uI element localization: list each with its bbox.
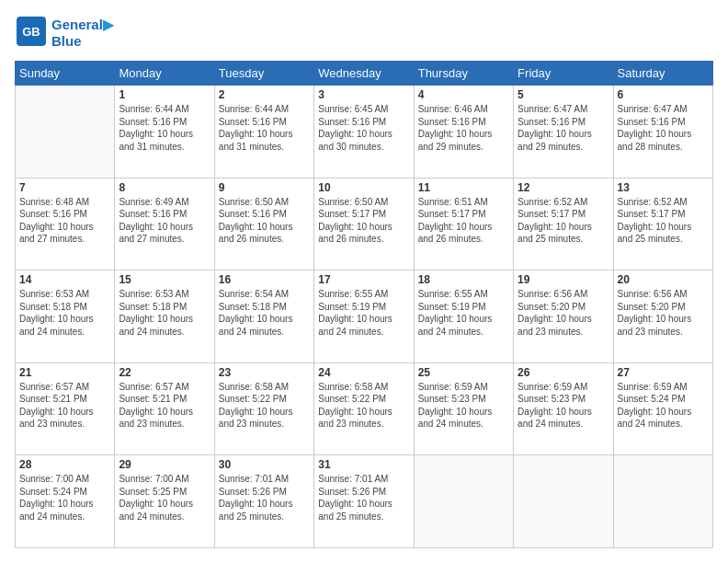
cell-info-line: Daylight: 10 hours	[19, 221, 110, 234]
calendar-cell: 3Sunrise: 6:45 AMSunset: 5:16 PMDaylight…	[314, 86, 414, 178]
day-number: 2	[219, 88, 310, 101]
day-number: 12	[518, 181, 609, 194]
calendar-cell: 2Sunrise: 6:44 AMSunset: 5:16 PMDaylight…	[214, 86, 313, 178]
calendar-cell: 24Sunrise: 6:58 AMSunset: 5:22 PMDayligh…	[314, 362, 414, 455]
day-number: 9	[219, 181, 310, 194]
calendar-cell	[16, 86, 115, 178]
logo-line2: Blue	[51, 33, 114, 50]
cell-info-line: and 25 minutes.	[318, 511, 409, 523]
cell-info-line: Sunset: 5:16 PM	[19, 208, 110, 221]
day-number: 8	[119, 181, 210, 194]
logo-line1: General▶	[51, 17, 114, 33]
cell-info-line: Sunset: 5:16 PM	[119, 208, 210, 221]
calendar-table: SundayMondayTuesdayWednesdayThursdayFrid…	[15, 61, 713, 548]
day-number: 30	[219, 458, 310, 471]
cell-info-line: Daylight: 10 hours	[119, 406, 210, 419]
cell-info-line: Sunrise: 7:01 AM	[219, 473, 310, 486]
calendar-body: 1Sunrise: 6:44 AMSunset: 5:16 PMDaylight…	[16, 86, 713, 548]
cell-info-line: Sunrise: 6:47 AM	[518, 103, 609, 116]
cell-info-line: and 25 minutes.	[219, 511, 310, 523]
calendar-cell: 14Sunrise: 6:53 AMSunset: 5:18 PMDayligh…	[16, 270, 115, 363]
cell-info-line: Sunrise: 6:44 AM	[119, 103, 210, 116]
day-number: 27	[618, 366, 709, 379]
cell-info-line: Sunset: 5:24 PM	[618, 393, 709, 406]
cell-info-line: Daylight: 10 hours	[318, 406, 409, 419]
cell-info-line: Sunset: 5:21 PM	[119, 393, 210, 406]
cell-info-line: Sunrise: 6:52 AM	[618, 196, 709, 209]
cell-info-line: Sunset: 5:21 PM	[19, 393, 110, 406]
cell-info-line: Sunrise: 6:56 AM	[618, 288, 709, 301]
cell-info-line: and 24 minutes.	[418, 326, 509, 339]
cell-info-line: Daylight: 10 hours	[219, 406, 310, 419]
cell-info-line: Daylight: 10 hours	[318, 498, 409, 511]
cell-info-line: Daylight: 10 hours	[219, 221, 310, 234]
cell-info-line: and 23 minutes.	[219, 418, 310, 431]
calendar-cell: 1Sunrise: 6:44 AMSunset: 5:16 PMDaylight…	[115, 86, 214, 178]
cell-info-line: Sunset: 5:25 PM	[119, 486, 210, 499]
weekday-header-wednesday: Wednesday	[314, 62, 414, 86]
header: GB General▶ Blue	[15, 15, 713, 52]
calendar-cell: 13Sunrise: 6:52 AMSunset: 5:17 PMDayligh…	[613, 178, 712, 270]
svg-text:GB: GB	[22, 25, 40, 39]
calendar-cell: 21Sunrise: 6:57 AMSunset: 5:21 PMDayligh…	[16, 362, 115, 455]
cell-info-line: Daylight: 10 hours	[518, 128, 609, 141]
cell-info-line: Daylight: 10 hours	[418, 406, 509, 419]
day-number: 5	[518, 88, 609, 101]
calendar-cell	[613, 455, 712, 548]
calendar-cell: 9Sunrise: 6:50 AMSunset: 5:16 PMDaylight…	[214, 178, 313, 270]
cell-info-line: Sunrise: 6:55 AM	[318, 288, 409, 301]
calendar-week-3: 21Sunrise: 6:57 AMSunset: 5:21 PMDayligh…	[16, 362, 713, 455]
cell-info-line: Sunrise: 6:57 AM	[19, 381, 110, 394]
cell-info-line: Sunrise: 6:49 AM	[119, 196, 210, 209]
cell-info-line: Sunset: 5:17 PM	[618, 208, 709, 221]
day-number: 21	[19, 366, 110, 379]
cell-info-line: and 29 minutes.	[418, 141, 509, 154]
cell-info-line: and 31 minutes.	[119, 141, 210, 154]
cell-info-line: Sunrise: 7:00 AM	[19, 473, 110, 486]
day-number: 24	[318, 366, 409, 379]
weekday-header-saturday: Saturday	[613, 62, 712, 86]
calendar-cell: 12Sunrise: 6:52 AMSunset: 5:17 PMDayligh…	[514, 178, 613, 270]
cell-info-line: and 24 minutes.	[19, 511, 110, 523]
day-number: 17	[318, 273, 409, 286]
weekday-header-sunday: Sunday	[16, 62, 115, 86]
calendar-cell: 4Sunrise: 6:46 AMSunset: 5:16 PMDaylight…	[414, 86, 513, 178]
calendar-cell: 20Sunrise: 6:56 AMSunset: 5:20 PMDayligh…	[613, 270, 712, 363]
cell-info-line: Sunset: 5:19 PM	[418, 301, 509, 314]
cell-info-line: and 25 minutes.	[618, 233, 709, 246]
day-number: 29	[119, 458, 210, 471]
cell-info-line: Daylight: 10 hours	[119, 128, 210, 141]
cell-info-line: Sunset: 5:26 PM	[219, 486, 310, 499]
cell-info-line: and 31 minutes.	[219, 141, 310, 154]
logo: GB General▶ Blue	[15, 15, 114, 52]
day-number: 31	[318, 458, 409, 471]
cell-info-line: Sunrise: 6:46 AM	[418, 103, 509, 116]
cell-info-line: Sunset: 5:22 PM	[318, 393, 409, 406]
cell-info-line: Sunrise: 6:58 AM	[219, 381, 310, 394]
logo-icon: GB	[15, 15, 48, 48]
cell-info-line: and 24 minutes.	[119, 326, 210, 339]
calendar-cell: 8Sunrise: 6:49 AMSunset: 5:16 PMDaylight…	[115, 178, 214, 270]
cell-info-line: Sunset: 5:17 PM	[518, 208, 609, 221]
cell-info-line: Daylight: 10 hours	[119, 498, 210, 511]
cell-info-line: Daylight: 10 hours	[518, 406, 609, 419]
day-number: 20	[618, 273, 709, 286]
day-number: 14	[19, 273, 110, 286]
calendar-cell: 29Sunrise: 7:00 AMSunset: 5:25 PMDayligh…	[115, 455, 214, 548]
weekday-header-thursday: Thursday	[414, 62, 513, 86]
cell-info-line: Sunrise: 7:01 AM	[318, 473, 409, 486]
calendar-cell: 26Sunrise: 6:59 AMSunset: 5:23 PMDayligh…	[514, 362, 613, 455]
cell-info-line: and 23 minutes.	[119, 418, 210, 431]
day-number: 23	[219, 366, 310, 379]
cell-info-line: Daylight: 10 hours	[219, 313, 310, 326]
calendar-cell: 5Sunrise: 6:47 AMSunset: 5:16 PMDaylight…	[514, 86, 613, 178]
cell-info-line: Sunset: 5:23 PM	[518, 393, 609, 406]
day-number: 16	[219, 273, 310, 286]
cell-info-line: Daylight: 10 hours	[618, 221, 709, 234]
cell-info-line: Sunset: 5:18 PM	[219, 301, 310, 314]
cell-info-line: Sunset: 5:23 PM	[418, 393, 509, 406]
cell-info-line: and 24 minutes.	[318, 326, 409, 339]
day-number: 1	[119, 88, 210, 101]
cell-info-line: Sunrise: 6:58 AM	[318, 381, 409, 394]
calendar-cell: 25Sunrise: 6:59 AMSunset: 5:23 PMDayligh…	[414, 362, 513, 455]
